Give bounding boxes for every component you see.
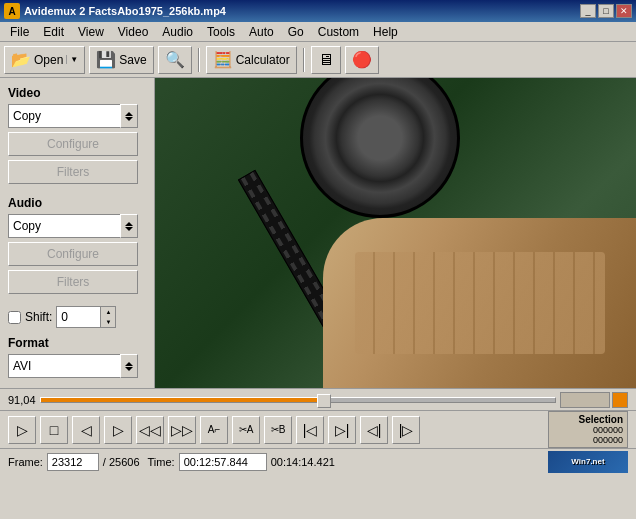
window-title: Avidemux 2 FactsAbo1975_256kb.mp4 <box>24 5 226 17</box>
video-filters-button[interactable]: Filters <box>8 160 138 184</box>
calculator-button[interactable]: 🧮 Calculator <box>206 46 297 74</box>
open-label: Open <box>34 53 63 67</box>
save-label: Save <box>119 53 146 67</box>
video-codec-select[interactable]: Copy <box>8 104 138 128</box>
selection-label: Selection <box>553 414 623 425</box>
maximize-button[interactable]: □ <box>598 4 614 18</box>
time-input[interactable] <box>179 453 267 471</box>
power-button[interactable]: 🔴 <box>345 46 379 74</box>
open-button[interactable]: 📂 Open ▼ <box>4 46 85 74</box>
format-wrapper: AVI <box>8 354 138 378</box>
seek-thumb[interactable] <box>317 394 331 408</box>
menu-go[interactable]: Go <box>282 23 310 41</box>
status-logo: Win7.net <box>548 451 628 473</box>
format-section-label: Format <box>8 336 146 350</box>
toolbar: 📂 Open ▼ 💾 Save 🔍 🧮 Calculator 🖥 🔴 <box>0 42 636 78</box>
prev-frame-button[interactable]: ◁ <box>72 416 100 444</box>
title-bar: A Avidemux 2 FactsAbo1975_256kb.mp4 _ □ … <box>0 0 636 22</box>
seek-fill <box>41 398 324 402</box>
selection-box: Selection 000000 000000 <box>548 411 628 448</box>
seek-box-1 <box>560 392 610 408</box>
next-keyframe-button[interactable]: |▷ <box>392 416 420 444</box>
save-button[interactable]: 💾 Save <box>89 46 153 74</box>
menu-auto[interactable]: Auto <box>243 23 280 41</box>
calculator-label: Calculator <box>236 53 290 67</box>
seek-track[interactable] <box>40 397 556 403</box>
menu-help[interactable]: Help <box>367 23 404 41</box>
audio-configure-button[interactable]: Configure <box>8 242 138 266</box>
toolbar-separator <box>198 48 200 72</box>
zoom-button[interactable]: 🔍 <box>158 46 192 74</box>
shift-row: Shift: ▲ ▼ <box>8 306 146 328</box>
marker-b-button[interactable]: ✂B <box>264 416 292 444</box>
seek-area: 91,04 <box>0 388 636 410</box>
audio-codec-select[interactable]: Copy <box>8 214 138 238</box>
menu-edit[interactable]: Edit <box>37 23 70 41</box>
menu-view[interactable]: View <box>72 23 110 41</box>
seek-position-label: 91,04 <box>8 394 36 406</box>
video-preview <box>155 78 636 388</box>
open-dropdown-icon[interactable]: ▼ <box>66 55 78 64</box>
calculator-icon: 🧮 <box>213 50 233 69</box>
go-end-button[interactable]: ▷| <box>328 416 356 444</box>
audio-section-label: Audio <box>8 196 146 210</box>
cut-button[interactable]: ✂A <box>232 416 260 444</box>
time-label: Time: <box>148 456 175 468</box>
controls-bar: ▷ □ ◁ ▷ ◁◁ ▷▷ A⌐ ✂A ✂B |◁ ▷| ◁| |▷ Selec… <box>0 410 636 448</box>
video-codec-wrapper: Copy <box>8 104 138 128</box>
audio-filters-button[interactable]: Filters <box>8 270 138 294</box>
toolbar-separator2 <box>303 48 305 72</box>
format-select[interactable]: AVI <box>8 354 138 378</box>
marker-a-button[interactable]: A⌐ <box>200 416 228 444</box>
next-frame-button[interactable]: ▷ <box>104 416 132 444</box>
minimize-button[interactable]: _ <box>580 4 596 18</box>
stop-button[interactable]: □ <box>40 416 68 444</box>
shift-input-wrapper: ▲ ▼ <box>56 306 116 328</box>
frame-input[interactable] <box>47 453 99 471</box>
video-configure-button[interactable]: Configure <box>8 132 138 156</box>
left-panel: Video Copy Configure Filters Audio Copy <box>0 78 155 388</box>
play-button[interactable]: ▷ <box>8 416 36 444</box>
prev-keyframe-button[interactable]: ◁| <box>360 416 388 444</box>
status-bar: Frame: / 25606 Time: 00:14:14.421 Win7.n… <box>0 448 636 474</box>
menu-audio[interactable]: Audio <box>156 23 199 41</box>
shift-checkbox[interactable] <box>8 311 21 324</box>
folder-icon: 📂 <box>11 50 31 69</box>
power-icon: 🔴 <box>352 50 372 69</box>
monitor-button[interactable]: 🖥 <box>311 46 341 74</box>
video-section-label: Video <box>8 86 146 100</box>
time-total: 00:14:14.421 <box>271 456 335 468</box>
menu-video[interactable]: Video <box>112 23 154 41</box>
film-reel <box>300 78 460 218</box>
film-scene <box>155 78 636 388</box>
audio-codec-wrapper: Copy <box>8 214 138 238</box>
go-start-button[interactable]: |◁ <box>296 416 324 444</box>
app-icon: A <box>4 3 20 19</box>
close-button[interactable]: ✕ <box>616 4 632 18</box>
shift-label: Shift: <box>25 310 52 324</box>
time-field: Time: 00:14:14.421 <box>148 453 335 471</box>
seek-box-2 <box>612 392 628 408</box>
frame-total: / 25606 <box>103 456 140 468</box>
menu-custom[interactable]: Custom <box>312 23 365 41</box>
fast-forward-button[interactable]: ▷▷ <box>168 416 196 444</box>
monitor-icon: 🖥 <box>318 51 334 69</box>
menu-tools[interactable]: Tools <box>201 23 241 41</box>
rewind-button[interactable]: ◁◁ <box>136 416 164 444</box>
save-icon: 💾 <box>96 50 116 69</box>
zoom-icon: 🔍 <box>165 50 185 69</box>
menu-bar: File Edit View Video Audio Tools Auto Go… <box>0 22 636 42</box>
window-controls: _ □ ✕ <box>580 4 632 18</box>
main-content: Video Copy Configure Filters Audio Copy <box>0 78 636 388</box>
logo-text: Win7.net <box>571 457 604 466</box>
shift-input[interactable] <box>56 306 116 328</box>
frame-field: Frame: / 25606 <box>8 453 140 471</box>
frame-label: Frame: <box>8 456 43 468</box>
selection-end: 000000 <box>553 435 623 445</box>
menu-file[interactable]: File <box>4 23 35 41</box>
format-section: Format AVI <box>8 336 146 378</box>
selection-start: 000000 <box>553 425 623 435</box>
audio-section: Audio Copy Configure Filters <box>8 196 146 298</box>
seek-right-boxes <box>560 392 628 408</box>
